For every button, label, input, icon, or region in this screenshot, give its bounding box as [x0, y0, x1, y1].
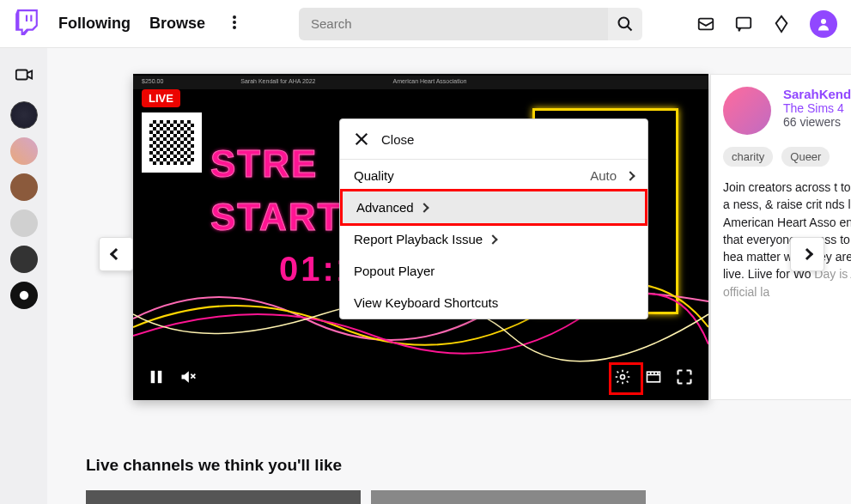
browse-link[interactable]: Browse	[149, 15, 205, 33]
tag-queer[interactable]: Queer	[781, 147, 830, 167]
sidebar-channel-6[interactable]	[10, 282, 38, 309]
svg-line-4	[628, 26, 632, 30]
viewer-count: 66 viewers	[783, 115, 851, 129]
carousel-prev-button[interactable]	[99, 237, 133, 271]
quality-value: Auto	[590, 168, 617, 183]
streamer-header: SarahKenda The Sims 4 66 viewers	[723, 87, 851, 135]
chevron-left-icon	[110, 248, 122, 260]
sidebar-channel-3[interactable]	[10, 173, 38, 201]
game-name[interactable]: The Sims 4	[783, 101, 851, 115]
settings-menu: Close Quality Auto Advanced Report Playb…	[339, 118, 648, 319]
menu-popout[interactable]: Popout Player	[340, 255, 647, 287]
stream-info-panel: SarahKenda The Sims 4 66 viewers charity…	[710, 74, 851, 400]
tags-row: charity Queer	[723, 147, 851, 167]
user-avatar-button[interactable]	[810, 10, 837, 38]
menu-report[interactable]: Report Playback Issue	[340, 223, 647, 255]
settings-icon[interactable]	[614, 368, 631, 386]
camera-icon[interactable]	[15, 65, 33, 84]
info-amount: $250.00	[142, 78, 163, 87]
svg-point-7	[821, 19, 826, 24]
svg-point-13	[621, 375, 625, 380]
sidebar-channel-5[interactable]	[10, 246, 38, 273]
search-button[interactable]	[608, 8, 642, 40]
svg-rect-10	[158, 371, 162, 383]
streamer-avatar[interactable]	[723, 87, 771, 135]
carousel-next-button[interactable]	[790, 237, 824, 271]
svg-point-0	[233, 15, 236, 19]
menu-close[interactable]: Close	[340, 119, 647, 160]
svg-point-3	[619, 17, 629, 27]
svg-rect-5	[699, 18, 714, 29]
stream-title-line1: STRE	[210, 143, 318, 185]
video-player[interactable]: $250.00 Sarah Kendall for AHA 2022 Ameri…	[133, 74, 708, 400]
following-link[interactable]: Following	[58, 15, 131, 33]
stream-thumbnail-1[interactable]	[86, 490, 361, 504]
chevron-right-icon	[419, 203, 429, 212]
twitch-logo[interactable]	[14, 9, 40, 39]
svg-rect-6	[737, 17, 751, 27]
player-controls	[133, 364, 708, 390]
section-title: Live channels we think you'll like	[86, 456, 834, 475]
whispers-icon[interactable]	[734, 15, 753, 33]
advanced-label: Advanced	[356, 200, 414, 215]
streamer-name[interactable]: SarahKenda	[783, 87, 851, 101]
quality-label: Quality	[354, 168, 394, 183]
more-icon[interactable]	[226, 14, 243, 34]
mute-icon[interactable]	[179, 368, 197, 386]
close-label: Close	[381, 132, 414, 147]
svg-point-1	[233, 21, 236, 24]
svg-point-2	[233, 26, 236, 29]
close-icon	[354, 131, 369, 147]
search-container	[299, 8, 642, 40]
recommendations-section: Live channels we think you'll like	[86, 456, 834, 504]
bits-icon[interactable]	[772, 15, 791, 33]
chevron-right-icon	[625, 171, 635, 180]
svg-rect-8	[15, 70, 27, 80]
menu-quality[interactable]: Quality Auto	[340, 160, 647, 191]
menu-shortcuts[interactable]: View Keyboard Shortcuts	[340, 287, 647, 319]
stream-thumbnail-2[interactable]	[371, 490, 646, 504]
stream-top-info: $250.00 Sarah Kendall for AHA 2022 Ameri…	[133, 76, 708, 89]
chevron-right-icon	[801, 248, 813, 260]
info-event: Sarah Kendall for AHA 2022	[240, 78, 315, 87]
popout-label: Popout Player	[354, 264, 435, 278]
sidebar-channel-4[interactable]	[10, 209, 38, 237]
fullscreen-icon[interactable]	[676, 368, 693, 386]
main-content: $250.00 Sarah Kendall for AHA 2022 Ameri…	[47, 48, 851, 504]
thumbnails-row	[86, 490, 834, 504]
controls-right	[614, 368, 693, 386]
streamer-meta: SarahKenda The Sims 4 66 viewers	[783, 87, 851, 135]
report-label: Report Playback Issue	[354, 232, 483, 246]
tag-charity[interactable]: charity	[723, 147, 773, 167]
top-navigation: Following Browse	[0, 0, 851, 48]
info-org: American Heart Association	[392, 78, 466, 87]
left-sidebar	[0, 48, 47, 504]
menu-advanced[interactable]: Advanced	[340, 189, 647, 226]
sidebar-channel-2[interactable]	[10, 137, 38, 165]
sidebar-channel-1[interactable]	[10, 101, 38, 129]
shortcuts-label: View Keyboard Shortcuts	[354, 295, 498, 310]
chevron-right-icon	[488, 234, 497, 244]
qr-code	[142, 112, 202, 173]
nav-right	[696, 10, 837, 38]
svg-rect-9	[151, 371, 155, 383]
live-badge: LIVE	[142, 89, 180, 107]
search-input[interactable]	[299, 8, 608, 40]
inbox-icon[interactable]	[696, 15, 715, 33]
clip-icon[interactable]	[645, 368, 662, 386]
stream-title-line2: START	[210, 196, 342, 239]
pause-icon[interactable]	[149, 368, 166, 386]
stream-description: Join creators across t to spread a ness,…	[723, 179, 851, 301]
